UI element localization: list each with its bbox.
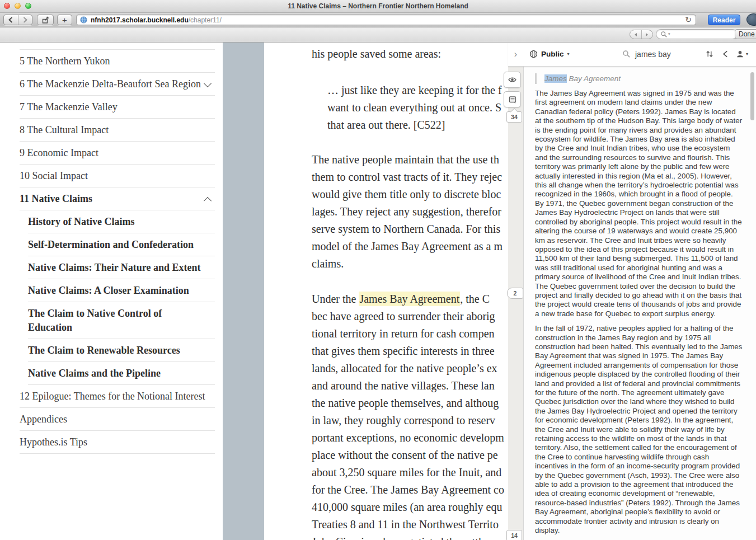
find-search-field[interactable]: ▾ xyxy=(656,29,738,39)
forward-arrow-icon xyxy=(22,17,28,23)
search-icon xyxy=(622,50,631,58)
group-caret-icon: ▾ xyxy=(567,51,570,57)
nav-item-label: The Claim to Native Control of Education xyxy=(28,308,162,333)
nav-item-label: The Claim to Renewable Resources xyxy=(28,345,180,356)
quote-text: Bay Agreement xyxy=(567,74,621,83)
reload-icon[interactable]: ↻ xyxy=(685,15,692,25)
sidebar-scrollbar-thumb[interactable] xyxy=(750,72,754,120)
nav-item[interactable]: 6 The Mackenzie Delta-Beaufort Sea Regio… xyxy=(0,73,223,96)
group-label: Public xyxy=(541,50,564,58)
search-field-caret-icon: ▾ xyxy=(668,32,670,36)
sort-icon[interactable] xyxy=(705,50,714,58)
find-bar: ▾ Done xyxy=(0,27,756,43)
annotation-body: The James Bay Agreement was signed in 19… xyxy=(535,89,743,536)
nav-item[interactable]: Native Claims: A Closer Examination xyxy=(0,279,223,302)
new-tab-button[interactable]: + xyxy=(57,15,72,25)
nav-item[interactable]: Self-Determination and Confederation xyxy=(0,233,223,256)
nav-item-label: 6 The Mackenzie Delta-Beaufort Sea Regio… xyxy=(20,78,201,90)
nav-item[interactable]: 8 The Cultural Impact xyxy=(0,119,223,142)
nav-item[interactable]: 12 Epilogue: Themes for the Notional Int… xyxy=(0,385,223,408)
site-favicon-globe-icon xyxy=(80,16,87,24)
find-next-button[interactable] xyxy=(642,30,653,39)
window-title: 11 Native Claims – Northern Frontier Nor… xyxy=(0,0,756,12)
nav-item[interactable]: 11 Native Claims xyxy=(0,187,223,210)
account-caret-icon: ▾ xyxy=(746,51,748,57)
share-icon xyxy=(41,16,50,24)
forward-button[interactable] xyxy=(18,15,32,25)
hypothesis-sidebar: James Bay Agreement The James Bay Agreem… xyxy=(523,67,756,540)
hypothesis-header: › Public ▾ james bay ▾ xyxy=(508,42,756,67)
url-field[interactable]: nfnh2017.scholar.bucknell.edu/chapter11/… xyxy=(76,15,696,25)
nav-item[interactable]: History of Native Claims xyxy=(0,210,223,233)
nav-item-label: 11 Native Claims xyxy=(20,193,92,204)
chevron-down-icon[interactable] xyxy=(204,79,212,87)
person-icon xyxy=(736,50,744,58)
nav-item[interactable]: 5 The Northern Yukon xyxy=(0,50,223,73)
annotation-paragraph: The James Bay Agreement was signed in 19… xyxy=(535,89,743,318)
nav-item-label: Appendices xyxy=(20,414,67,425)
chapter-nav: 4 The Northern Environment5 The Northern… xyxy=(0,27,223,540)
account-menu[interactable]: ▾ xyxy=(736,50,748,58)
nav-item-label: Hypothes.is Tips xyxy=(20,436,87,448)
annotations-above-badge[interactable]: 34 xyxy=(506,111,522,123)
nav-item-label: 10 Social Impact xyxy=(20,170,88,181)
share-page-icon[interactable] xyxy=(721,50,729,58)
nav-item[interactable]: The Claim to Renewable Resources xyxy=(0,339,223,362)
annotations-here-badge[interactable]: 2 xyxy=(507,288,523,299)
annotation-highlight[interactable]: James Bay Agreement xyxy=(359,292,460,306)
collapse-sidebar-button[interactable]: › xyxy=(508,42,523,66)
nav-item-label: Native Claims and the Pipeline xyxy=(28,368,161,379)
search-match-text: James xyxy=(544,74,567,83)
nav-item-label: Native Claims: A Closer Examination xyxy=(28,285,189,296)
page-background-strip xyxy=(223,42,264,540)
nav-item-label: 7 The Mackenzie Valley xyxy=(20,101,118,112)
hypothesis-bucket-bar xyxy=(508,67,523,540)
nav-item-label: 12 Epilogue: Themes for the Notional Int… xyxy=(20,391,205,402)
nav-item[interactable]: Appendices xyxy=(0,408,223,431)
nav-item[interactable]: 10 Social Impact xyxy=(0,165,223,187)
find-prev-next xyxy=(630,30,653,39)
nav-item-label: Self-Determination and Confederation xyxy=(28,239,194,250)
annotations-below-badge[interactable]: 14 xyxy=(506,530,522,540)
next-arrow-icon xyxy=(645,32,649,37)
globe-icon xyxy=(529,50,538,58)
url-host: nfnh2017.scholar.bucknell.edu xyxy=(91,16,189,24)
find-previous-button[interactable] xyxy=(630,30,642,39)
toolbar-corner-icon[interactable] xyxy=(746,13,756,26)
history-nav-buttons xyxy=(3,15,32,25)
window-titlebar: 11 Native Claims – Northern Frontier Nor… xyxy=(0,0,756,13)
nav-item-label: 5 The Northern Yukon xyxy=(20,55,110,67)
annotation-paragraph: In the fall of 1972, native peoples appl… xyxy=(535,324,743,535)
toggle-highlights-button[interactable] xyxy=(504,72,521,88)
nav-item[interactable]: Native Claims: Their Nature and Extent xyxy=(0,256,223,279)
body-text: , the C xyxy=(460,293,490,305)
new-annotation-button[interactable] xyxy=(504,91,521,107)
share-button[interactable] xyxy=(37,15,54,25)
browser-toolbar: + nfnh2017.scholar.bucknell.edu/chapter1… xyxy=(0,13,756,27)
nav-item[interactable]: The Claim to Native Control of Education xyxy=(0,302,223,339)
chevron-up-icon[interactable] xyxy=(204,197,212,205)
find-done-button[interactable]: Done xyxy=(735,29,756,39)
plus-icon: + xyxy=(62,15,67,25)
reader-button[interactable]: Reader xyxy=(708,15,740,25)
nav-item[interactable]: Native Claims and the Pipeline xyxy=(0,362,223,385)
back-arrow-icon xyxy=(8,17,13,23)
group-selector[interactable]: Public ▾ xyxy=(529,42,570,66)
search-query[interactable]: james bay xyxy=(635,50,671,59)
annotation-quote[interactable]: James Bay Agreement xyxy=(535,73,743,84)
annotation-search[interactable]: james bay xyxy=(622,42,671,66)
nav-item-label: Native Claims: Their Nature and Extent xyxy=(28,262,201,273)
nav-item[interactable]: Hypothes.is Tips xyxy=(0,431,223,454)
search-icon xyxy=(660,31,668,38)
nav-item-label: 8 The Cultural Impact xyxy=(20,124,109,135)
annotation-note-icon xyxy=(508,95,517,104)
url-path: /chapter11/ xyxy=(189,16,222,24)
back-button[interactable] xyxy=(4,15,18,25)
nav-item[interactable]: 9 Economic Impact xyxy=(0,142,223,165)
nav-item[interactable]: 7 The Mackenzie Valley xyxy=(0,96,223,119)
body-text: Under the xyxy=(312,293,359,305)
nav-item-label: History of Native Claims xyxy=(28,216,134,227)
eye-icon xyxy=(508,75,517,84)
nav-item-label: 9 Economic Impact xyxy=(20,147,98,158)
previous-arrow-icon xyxy=(633,32,638,37)
